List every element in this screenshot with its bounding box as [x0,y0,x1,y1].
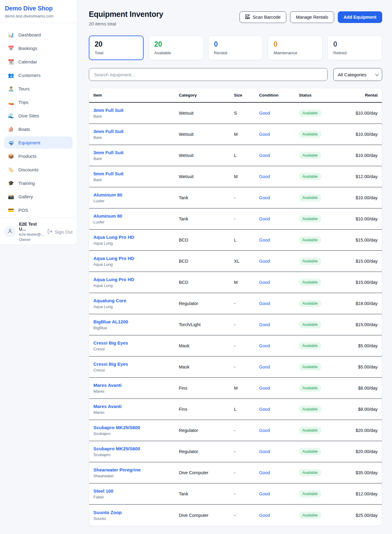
item-name-link[interactable]: 5mm Full Suit [93,171,179,176]
condition-link[interactable]: Good [259,386,299,391]
status-badge: Available [299,448,321,455]
condition-link[interactable]: Good [259,428,299,433]
condition-link[interactable]: Good [259,364,299,369]
category-cell: Fins [179,386,234,391]
item-name-link[interactable]: Mares Avanti [93,383,179,388]
column-header-rental: Rental [348,93,378,97]
condition-link[interactable]: Good [259,111,299,116]
item-brand: Aqua Lung [93,262,179,267]
condition-link[interactable]: Good [259,491,299,496]
sidebar-item-tours[interactable]: 🏝️ Tours [4,82,73,95]
item-name-link[interactable]: Suunto Zoop [93,510,179,515]
item-name-link[interactable]: Cressi Big Eyes [93,340,179,345]
status-cell: Available [299,194,348,201]
size-cell: - [234,491,259,496]
sidebar-item-calendar[interactable]: 📆 Calendar [4,55,73,68]
sidebar-item-customers[interactable]: 👥 Customers [4,69,73,81]
status-cell: Available [299,109,348,117]
sidebar-item-products[interactable]: 📦 Products [4,150,73,162]
stat-card-retired[interactable]: 0 Retired [327,36,382,60]
condition-link[interactable]: Good [259,449,299,454]
rental-cell: $10.00/day [348,216,378,221]
sidebar-item-label: Tours [18,86,30,91]
table-row: Cressi Big Eyes Cressi Mask - Good Avail… [89,357,382,378]
sidebar-item-discounts[interactable]: 🏷️ Discounts [4,163,73,176]
stat-card-available[interactable]: 20 Available [149,36,203,60]
category-cell: BCD [179,280,234,285]
search-input[interactable] [89,68,328,81]
condition-link[interactable]: Good [259,174,299,179]
condition-link[interactable]: Good [259,259,299,264]
item-name-link[interactable]: Steel 100 [93,488,179,494]
item-name-link[interactable]: Cressi Big Eyes [93,361,179,367]
sidebar-item-gallery[interactable]: 📸 Gallery [4,190,73,203]
condition-link[interactable]: Good [259,470,299,475]
item-name-link[interactable]: Scubapro MK25/S600 [93,425,179,430]
sidebar-item-label: Trips [18,100,28,105]
item-name-link[interactable]: Aluminum 80 [93,192,179,197]
scan-barcode-button[interactable]: Scan Barcode [239,11,286,23]
category-cell: Regulator [179,428,234,433]
sidebar-item-pos[interactable]: 💳 POS [4,204,73,216]
status-badge: Available [299,279,321,286]
condition-link[interactable]: Good [259,343,299,348]
table-row: Shearwater Peregrine Shearwater Dive Com… [89,462,382,483]
stat-card-rented[interactable]: 0 Rented [208,36,263,60]
item-name-link[interactable]: Aqualung Core [93,298,179,303]
category-select[interactable]: All Categories [333,68,382,81]
calendar-icon: 📆 [8,59,14,65]
item-cell: Shearwater Peregrine Shearwater [93,467,179,478]
item-name-link[interactable]: Aqua Lung Pro HD [93,235,179,240]
condition-link[interactable]: Good [259,407,299,412]
condition-link[interactable]: Good [259,153,299,158]
condition-link[interactable]: Good [259,301,299,306]
item-name-link[interactable]: Mares Avanti [93,404,179,409]
condition-link[interactable]: Good [259,132,299,137]
item-name-link[interactable]: Shearwater Peregrine [93,467,179,472]
stat-card-maintenance[interactable]: 0 Maintenance [268,36,322,60]
item-brand: Scubapro [93,431,179,436]
item-name-link[interactable]: Scubapro MK25/S600 [93,446,179,451]
sidebar-item-dive-sites[interactable]: 🌊 Dive Sites [4,109,73,122]
condition-link[interactable]: Good [259,280,299,285]
user-email: e2e-tester@... [19,232,44,237]
status-badge: Available [299,406,321,413]
sidebar-item-trips[interactable]: 🚤 Trips [4,96,73,108]
equipment-icon: 🤿 [8,140,14,146]
manage-rentals-button[interactable]: Manage Rentals [290,11,334,23]
add-equipment-button[interactable]: Add Equipment [338,11,382,23]
condition-link[interactable]: Good [259,216,299,221]
sidebar-nav: 📊 Dashboard 📅 Bookings 📆 Calendar 👥 Cust… [0,23,77,217]
item-cell: Aqualung Core Aqua Lung [93,298,179,309]
stat-card-total[interactable]: 20 Total [89,36,144,60]
sidebar-item-bookings[interactable]: 📅 Bookings [4,42,73,54]
item-name-link[interactable]: Aluminum 80 [93,213,179,219]
sign-out-button[interactable]: Sign Out [47,229,73,235]
status-cell: Available [299,512,348,519]
trips-icon: 🚤 [8,99,14,105]
sidebar-item-boats[interactable]: ⛵ Boats [4,123,73,135]
item-name-link[interactable]: 3mm Full Suit [93,129,179,134]
item-brand: Bare [93,177,179,182]
condition-link[interactable]: Good [259,195,299,200]
sidebar-item-equipment[interactable]: 🤿 Equipment [4,136,73,149]
item-name-link[interactable]: 3mm Full Suit [93,108,179,113]
item-name-link[interactable]: 3mm Full Suit [93,150,179,155]
size-cell: S [234,111,259,116]
size-cell: - [234,343,259,348]
sidebar-item-label: Calendar [18,59,37,64]
status-cell: Available [299,427,348,434]
condition-link[interactable]: Good [259,238,299,242]
category-cell: Tank [179,216,234,221]
sidebar-item-training[interactable]: 🎓 Training [4,177,73,189]
item-brand: Bare [93,114,179,119]
item-name-link[interactable]: BigBlue AL1200 [93,319,179,324]
condition-link[interactable]: Good [259,322,299,327]
item-cell: Steel 100 Faber [93,488,179,499]
item-name-link[interactable]: Aqua Lung Pro HD [93,256,179,261]
stat-value: 20 [95,40,138,48]
filter-bar: All Categories [89,68,382,81]
sidebar-item-dashboard[interactable]: 📊 Dashboard [4,29,73,41]
item-name-link[interactable]: Aqua Lung Pro HD [93,277,179,282]
condition-link[interactable]: Good [259,513,299,518]
